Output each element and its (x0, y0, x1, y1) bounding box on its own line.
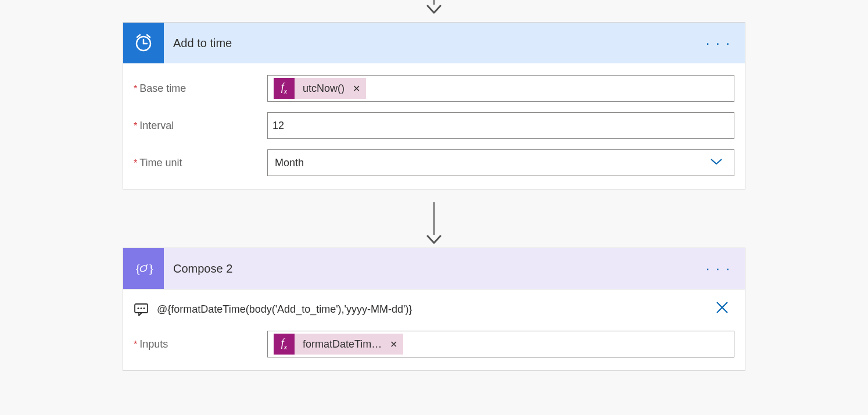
card-menu-button[interactable]: · · · (692, 35, 745, 51)
hint-close-button[interactable] (710, 300, 734, 319)
chevron-down-icon (709, 158, 729, 168)
expression-hint-row: @{formatDateTime(body('Add_to_time'),'yy… (123, 289, 745, 319)
row-time-unit: *Time unit Month (134, 149, 734, 176)
compose-icon: { } (123, 248, 164, 289)
row-base-time: *Base time fx utcNow() ✕ (134, 75, 734, 102)
time-unit-value: Month (272, 157, 304, 169)
card-header-add-to-time[interactable]: Add to time · · · (123, 23, 745, 63)
svg-point-12 (144, 307, 145, 309)
card-header-compose-2[interactable]: { } Compose 2 · · · (123, 248, 745, 289)
field-base-time[interactable]: fx utcNow() ✕ (267, 75, 734, 102)
tooltip-icon (134, 303, 149, 317)
token-formatdatetime[interactable]: fx formatDateTim… ✕ (274, 334, 403, 355)
clock-icon (123, 23, 164, 63)
label-base-time: *Base time (134, 83, 267, 95)
token-utcnow[interactable]: fx utcNow() ✕ (274, 78, 366, 99)
svg-point-10 (138, 307, 139, 309)
field-interval[interactable] (267, 112, 734, 139)
interval-input[interactable] (272, 120, 729, 132)
field-inputs[interactable]: fx formatDateTim… ✕ (267, 331, 734, 357)
card-compose-2: { } Compose 2 · · · @{formatDate (123, 248, 745, 371)
label-interval: *Interval (134, 120, 267, 132)
fx-icon: fx (274, 334, 295, 355)
label-inputs: *Inputs (134, 338, 267, 350)
svg-point-11 (141, 307, 142, 309)
row-inputs: *Inputs fx formatDateTim… ✕ (134, 331, 734, 357)
row-interval: *Interval (134, 112, 734, 139)
fx-icon: fx (274, 78, 295, 99)
card-add-to-time: Add to time · · · *Base time fx utcNow()… (123, 22, 745, 189)
label-time-unit: *Time unit (134, 157, 267, 169)
token-label: formatDateTim… (295, 338, 388, 350)
token-remove-button[interactable]: ✕ (350, 83, 366, 94)
svg-line-3 (137, 35, 140, 37)
card-title: Compose 2 (164, 262, 692, 276)
field-time-unit[interactable]: Month (267, 149, 734, 176)
expression-hint-text: @{formatDateTime(body('Add_to_time'),'yy… (157, 303, 710, 316)
flow-arrow-middle[interactable] (425, 202, 443, 245)
svg-line-8 (146, 264, 148, 266)
flow-arrow-top (425, 0, 443, 15)
card-title: Add to time (164, 37, 692, 50)
card-menu-button[interactable]: · · · (692, 260, 745, 277)
svg-text:}: } (148, 261, 155, 276)
token-label: utcNow() (295, 83, 350, 95)
token-remove-button[interactable]: ✕ (388, 339, 403, 350)
svg-line-4 (147, 35, 150, 37)
